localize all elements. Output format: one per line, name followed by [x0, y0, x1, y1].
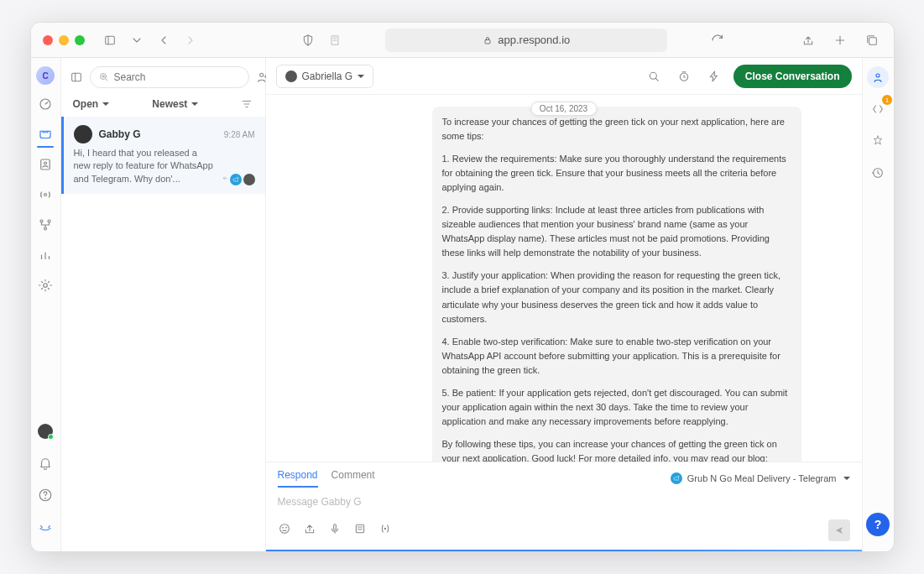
svg-point-26 — [100, 74, 106, 80]
svg-line-32 — [655, 78, 658, 81]
svg-point-25 — [102, 76, 104, 78]
filter-icon[interactable] — [241, 98, 253, 110]
tab-respond[interactable]: Respond — [278, 469, 318, 488]
url-bar[interactable]: app.respond.io — [385, 29, 667, 52]
search-input[interactable] — [90, 66, 249, 88]
assignee-selector[interactable]: Gabriella G — [276, 65, 374, 88]
tabs-icon[interactable] — [862, 30, 882, 50]
assignee-mini-avatar — [243, 174, 255, 185]
message-input[interactable] — [278, 488, 850, 516]
snooze-icon[interactable] — [673, 65, 695, 87]
nav-back-icon[interactable] — [154, 30, 174, 50]
app-window: app.respond.io C — [30, 22, 895, 552]
nav-forward-icon[interactable] — [180, 30, 201, 50]
notifications-icon[interactable] — [34, 452, 56, 474]
reply-arrow-icon — [220, 175, 228, 184]
progress-bar — [266, 550, 862, 551]
window-max-dot[interactable] — [75, 35, 85, 45]
channel-selector[interactable]: Grub N Go Meal Delivery - Telegram — [671, 472, 850, 484]
svg-rect-0 — [105, 36, 114, 44]
notification-badge: 1 — [882, 95, 892, 105]
panel-toggle-icon[interactable] — [70, 68, 83, 86]
telegram-icon — [671, 472, 682, 484]
svg-point-36 — [285, 527, 286, 528]
activity-icon[interactable]: 1 — [867, 98, 889, 120]
channels-icon[interactable] — [867, 130, 889, 152]
message-composer: Respond Comment Grub N Go Meal Delivery … — [266, 462, 862, 550]
assignee-name: Gabriella G — [302, 70, 353, 82]
user-avatar[interactable] — [34, 420, 56, 442]
svg-point-42 — [876, 74, 880, 77]
conversation-item[interactable]: Gabby G 9:28 AM Hi, I heard that you rel… — [61, 117, 265, 194]
automation-icon[interactable] — [703, 65, 725, 87]
svg-point-35 — [282, 527, 283, 528]
tab-comment[interactable]: Comment — [331, 469, 375, 488]
help-icon[interactable] — [34, 484, 56, 506]
svg-point-28 — [259, 73, 263, 76]
browser-toolbar: app.respond.io — [31, 23, 894, 58]
message-preview: Hi, I heard that you released a new repl… — [74, 147, 217, 185]
search-icon — [99, 72, 109, 82]
reports-icon[interactable] — [34, 244, 56, 266]
new-tab-icon[interactable] — [830, 30, 850, 50]
search-conversation-icon[interactable] — [643, 65, 665, 87]
window-min-dot[interactable] — [59, 35, 69, 45]
left-nav-rail: C — [31, 58, 61, 551]
contact-profile-icon[interactable] — [867, 66, 889, 88]
filter-newest[interactable]: Newest — [152, 98, 198, 110]
workspace-avatar[interactable]: C — [36, 66, 55, 85]
svg-point-22 — [45, 498, 46, 498]
assignee-avatar — [285, 70, 297, 82]
svg-rect-6 — [485, 39, 490, 44]
outgoing-message: To increase your chances of getting the … — [432, 107, 801, 462]
svg-rect-37 — [333, 524, 336, 530]
send-button[interactable] — [828, 519, 850, 541]
close-conversation-button[interactable]: Close Conversation — [733, 65, 852, 88]
chat-panel: Gabriella G Close Conversation Oct 16, 2… — [266, 58, 862, 551]
svg-point-13 — [44, 194, 47, 196]
broadcast-icon[interactable] — [34, 184, 56, 206]
reader-icon[interactable] — [325, 30, 345, 50]
svg-point-20 — [44, 284, 48, 288]
shield-icon[interactable] — [298, 30, 318, 50]
share-icon[interactable] — [798, 30, 818, 50]
snippet-icon[interactable] — [353, 522, 367, 539]
channel-telegram-icon — [230, 174, 242, 185]
svg-rect-38 — [356, 524, 363, 532]
svg-line-27 — [105, 79, 107, 81]
url-text: app.respond.io — [498, 34, 570, 46]
inbox-icon[interactable] — [34, 123, 56, 145]
chevron-down-icon[interactable] — [127, 30, 147, 50]
refresh-icon[interactable] — [707, 30, 728, 50]
voice-icon[interactable] — [328, 522, 342, 539]
dashboard-icon[interactable] — [34, 93, 56, 115]
svg-point-12 — [44, 162, 47, 164]
history-icon[interactable] — [867, 162, 889, 184]
window-close-dot[interactable] — [43, 35, 53, 45]
svg-point-34 — [279, 524, 289, 534]
date-separator: Oct 16, 2023 — [530, 102, 597, 116]
contact-avatar — [74, 125, 92, 144]
contacts-icon[interactable] — [34, 154, 56, 175]
emoji-icon[interactable] — [278, 522, 291, 539]
inbox-panel: Open Newest Gabby G 9:28 AM Hi, I heard … — [61, 58, 266, 551]
logo-icon — [34, 516, 56, 538]
attach-icon[interactable] — [303, 522, 316, 539]
svg-point-41 — [384, 528, 385, 529]
sidebar-toggle-icon[interactable] — [100, 30, 120, 50]
filter-open[interactable]: Open — [73, 98, 110, 110]
help-button[interactable]: ? — [866, 513, 890, 536]
settings-icon[interactable] — [34, 274, 56, 296]
right-rail: 1 ? — [862, 58, 894, 551]
svg-rect-9 — [869, 37, 876, 44]
workflow-icon[interactable] — [34, 214, 56, 236]
contact-name: Gabby G — [99, 128, 217, 140]
message-time: 9:28 AM — [224, 130, 255, 139]
variable-icon[interactable] — [378, 522, 392, 539]
svg-rect-23 — [71, 73, 81, 81]
